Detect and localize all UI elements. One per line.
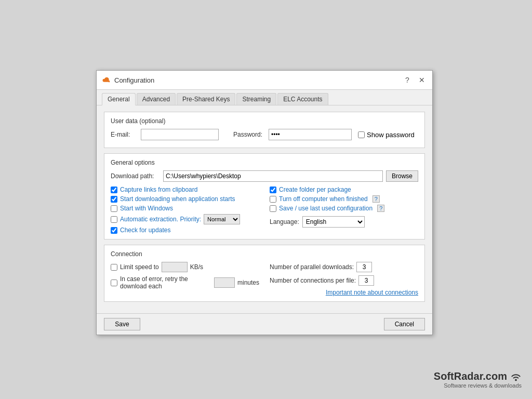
check-updates-label: Check for updates [120,227,170,234]
options-left: Capture links from clipboard Start downl… [111,186,259,234]
password-label: Password: [233,131,264,138]
language-row: Language: English French German Spanish … [270,216,418,228]
svg-point-0 [515,379,517,381]
help-button[interactable]: ? [402,75,413,85]
create-folder-label: Create folder per package [279,186,351,193]
dialog-footer: Save Cancel [97,313,432,335]
close-button[interactable]: ✕ [417,75,427,85]
limit-speed-checkbox[interactable] [111,264,117,271]
watermark-title: SoftRadar.com [434,370,507,382]
tab-elc-accounts[interactable]: ELC Accounts [277,93,328,105]
start-downloading-label: Start downloading when application start… [120,195,235,203]
browse-button[interactable]: Browse [386,170,418,182]
cloud-icon [102,75,111,85]
turn-off-label: Turn off computer when finished [279,195,368,203]
user-data-panel: User data (optional) E-mail: Password: S… [104,112,425,148]
retry-checkbox[interactable] [111,280,117,286]
options-right: Create folder per package Turn off compu… [270,186,418,234]
show-password-label: Show password [367,131,415,139]
limit-speed-row: Limit speed to KB/s [111,262,259,272]
user-data-fields: E-mail: Password: Show password [111,129,418,140]
watermark-subtitle: Software reviews & downloads [434,382,522,389]
tabs-bar: General Advanced Pre-Shared Keys Streami… [97,90,432,105]
option-start-downloading: Start downloading when application start… [111,195,259,203]
email-input[interactable] [141,129,219,140]
option-create-folder: Create folder per package [270,186,418,193]
start-windows-label: Start with Windows [120,205,173,212]
options-grid: Capture links from clipboard Start downl… [111,186,418,234]
turn-off-checkbox[interactable] [270,196,276,203]
configuration-dialog: Configuration ? ✕ General Advanced Pre-S… [96,70,433,335]
email-label: E-mail: [111,131,137,138]
wifi-icon [510,371,522,382]
priority-select[interactable]: Normal High Low [204,214,240,224]
option-check-updates: Check for updates [111,227,259,234]
tab-content: User data (optional) E-mail: Password: S… [97,105,432,313]
tab-streaming[interactable]: Streaming [236,93,276,105]
download-path-label: Download path: [111,172,160,180]
limit-speed-input[interactable] [162,262,188,272]
parallel-downloads-row: Number of parallel downloads: [270,262,418,272]
cancel-button[interactable]: Cancel [384,318,425,330]
limit-speed-label: Limit speed to [120,263,159,271]
save-config-help-link[interactable]: ? [377,205,384,212]
create-folder-checkbox[interactable] [270,187,276,193]
option-save-config: Save / use last used configuration ? [270,205,418,212]
show-password-checkbox[interactable] [358,131,365,138]
option-auto-extraction: Automatic extraction. Priority: Normal H… [111,214,259,224]
option-turn-off: Turn off computer when finished ? [270,195,418,203]
parallel-downloads-label: Number of parallel downloads: [270,263,354,271]
user-data-title: User data (optional) [111,117,418,125]
connection-title: Connection [111,250,418,258]
language-label: Language: [270,218,299,225]
check-updates-checkbox[interactable] [111,227,117,234]
tab-advanced[interactable]: Advanced [137,93,176,105]
title-bar-right: ? ✕ [402,75,427,85]
tab-general[interactable]: General [102,93,136,105]
connections-per-file-input[interactable] [358,275,374,286]
option-capture-links: Capture links from clipboard [111,186,259,193]
auto-extraction-checkbox[interactable] [111,216,117,223]
retry-row: In case of error, retry the download eac… [111,275,259,290]
download-path-input[interactable] [163,170,383,182]
dialog-title: Configuration [114,76,154,84]
connections-per-file-row: Number of connections per file: [270,275,418,286]
watermark: SoftRadar.com Software reviews & downloa… [434,370,522,389]
retry-label: In case of error, retry the download eac… [120,275,211,290]
title-bar: Configuration ? ✕ [97,71,432,90]
connection-panel: Connection Limit speed to KB/s In case o… [104,245,425,302]
connections-per-file-label: Number of connections per file: [270,277,356,284]
capture-links-label: Capture links from clipboard [120,186,197,193]
connection-right: Number of parallel downloads: Number of … [270,262,418,296]
retry-input[interactable] [214,277,235,288]
retry-unit: minutes [237,279,259,286]
connection-left: Limit speed to KB/s In case of error, re… [111,262,259,296]
start-windows-checkbox[interactable] [111,205,117,212]
connection-grid: Limit speed to KB/s In case of error, re… [111,262,418,296]
download-path-row: Download path: Browse [111,170,418,182]
language-select[interactable]: English French German Spanish Italian [302,216,365,228]
tab-pre-shared-keys[interactable]: Pre-Shared Keys [177,93,235,105]
capture-links-checkbox[interactable] [111,187,117,193]
save-config-checkbox[interactable] [270,205,276,212]
save-button[interactable]: Save [104,318,140,330]
option-start-windows: Start with Windows [111,205,259,212]
important-note-link[interactable]: Important note about connections [270,289,418,296]
password-input[interactable] [269,129,352,140]
start-downloading-checkbox[interactable] [111,196,117,203]
turn-off-help-link[interactable]: ? [373,195,380,203]
auto-extraction-label: Automatic extraction. Priority: [120,216,201,223]
save-config-label: Save / use last used configuration [279,205,373,212]
parallel-downloads-input[interactable] [356,262,372,272]
general-options-title: General options [111,159,418,166]
limit-speed-unit: KB/s [190,263,203,271]
title-bar-left: Configuration [102,75,154,85]
general-options-panel: General options Download path: Browse Ca… [104,153,425,240]
show-password-row: Show password [358,131,415,139]
